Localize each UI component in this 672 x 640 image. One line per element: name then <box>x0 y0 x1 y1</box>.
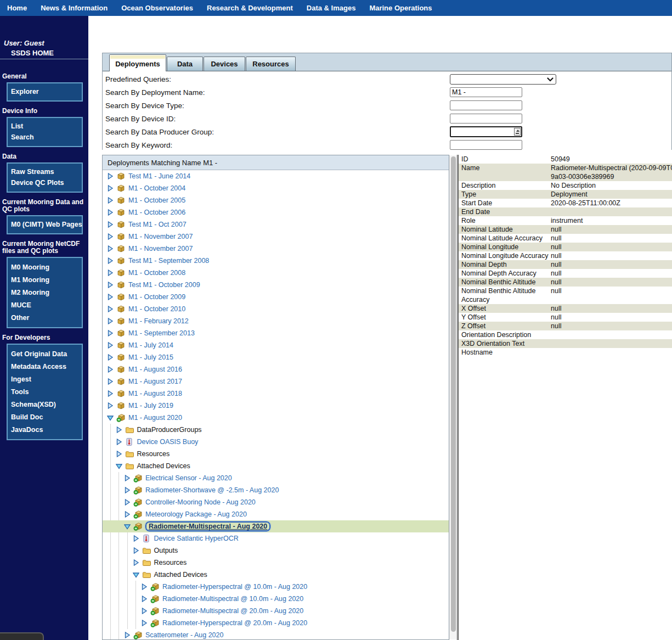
tree-node-test-m1-october-2009[interactable]: Test M1 - October 2009 <box>128 281 200 289</box>
expand-toggle-icon[interactable] <box>141 620 148 626</box>
expand-toggle-icon[interactable] <box>124 499 131 506</box>
sidebar-item-m0-mooring[interactable]: M0 Mooring <box>11 261 82 273</box>
tab-devices[interactable]: Devices <box>204 57 245 71</box>
tab-data[interactable]: Data <box>167 57 203 71</box>
tree-node-electrical-sensor-aug-2020[interactable]: Electrical Sensor - Aug 2020 <box>145 474 232 482</box>
expand-toggle-icon[interactable] <box>133 535 139 542</box>
tree-node-m1-october-2005[interactable]: M1 - October 2005 <box>128 197 185 204</box>
tree-node-m1-august-2017[interactable]: M1 - August 2017 <box>128 378 182 385</box>
expand-toggle-icon[interactable] <box>107 354 114 361</box>
expand-toggle-icon[interactable] <box>107 390 114 397</box>
expand-toggle-icon[interactable] <box>124 632 131 638</box>
expand-toggle-icon[interactable] <box>107 306 114 312</box>
sidebar-item-explorer[interactable]: Explorer <box>11 86 82 97</box>
expand-toggle-icon[interactable] <box>107 294 114 300</box>
expand-toggle-icon[interactable] <box>107 378 114 385</box>
tree-node-m1-october-2004[interactable]: M1 - October 2004 <box>128 184 185 192</box>
tree-node-m1-november-2007[interactable]: M1 - November 2007 <box>128 245 193 252</box>
expand-toggle-icon[interactable] <box>107 270 114 276</box>
search-by-device-type-input[interactable] <box>450 100 522 110</box>
collapse-toggle-icon[interactable] <box>133 571 139 578</box>
tree-node-m1-august-2018[interactable]: M1 - August 2018 <box>128 390 182 397</box>
tree-node-device-oasis-buoy[interactable]: Device OASIS Buoy <box>137 438 199 446</box>
tree-node-radiometer-multispectral-20-0m-aug-2020[interactable]: Radiometer-Multispectral @ 20.0m - Aug 2… <box>162 607 303 615</box>
expand-toggle-icon[interactable] <box>107 245 114 252</box>
expand-toggle-icon[interactable] <box>107 173 114 179</box>
tree-node-m1-february-2012[interactable]: M1 - February 2012 <box>128 317 189 325</box>
expand-toggle-icon[interactable] <box>141 596 148 602</box>
expand-toggle-icon[interactable] <box>107 197 114 204</box>
expand-toggle-icon[interactable] <box>107 330 114 336</box>
tree-node-radiometer-multispectral-aug-2020[interactable]: Radiometer-Multispectral - Aug 2020 <box>145 521 270 531</box>
tree-node-meteorology-package-aug-2020[interactable]: Meteorology Package - Aug 2020 <box>145 510 247 518</box>
sidebar-item-schema-xsd[interactable]: Schema(XSD) <box>11 398 82 411</box>
tree-node-radiometer-shortwave-2-5m-aug-2020[interactable]: Radiometer-Shortwave @ -2.5m - Aug 2020 <box>145 486 279 494</box>
scrollbar-thumb[interactable] <box>451 156 456 632</box>
sidebar-item-tools[interactable]: Tools <box>11 385 82 398</box>
expand-toggle-icon[interactable] <box>124 511 131 518</box>
predefined-queries-select[interactable] <box>450 74 556 85</box>
sidebar-item-m0-cimt-web-pages[interactable]: M0 (CIMT) Web Pages <box>11 219 82 230</box>
search-by-keyword-input[interactable] <box>450 140 522 150</box>
tree-node-m1-october-2006[interactable]: M1 - October 2006 <box>128 209 185 216</box>
sidebar-item-javadocs[interactable]: JavaDocs <box>11 423 82 436</box>
tree-node-m1-november-2007[interactable]: M1 - November 2007 <box>128 233 193 240</box>
nav-item-news-information[interactable]: News & Information <box>41 4 108 12</box>
expand-toggle-icon[interactable] <box>107 366 114 373</box>
expand-toggle-icon[interactable] <box>107 233 114 240</box>
sidebar-item-list[interactable]: List <box>11 121 82 132</box>
expand-toggle-icon[interactable] <box>107 318 114 324</box>
sidebar-item-search[interactable]: Search <box>11 132 82 143</box>
sidebar-item-metadata-access[interactable]: Metadata Access <box>11 360 82 373</box>
tree-node-test-m1-september-2008[interactable]: Test M1 - September 2008 <box>128 257 209 265</box>
expand-toggle-icon[interactable] <box>107 342 114 349</box>
expand-toggle-icon[interactable] <box>107 257 114 264</box>
sidebar-item-muce[interactable]: MUCE <box>11 299 82 311</box>
tree-node-test-m1-oct-2007[interactable]: Test M1 - Oct 2007 <box>128 221 187 228</box>
sidebar-item-ingest[interactable]: Ingest <box>11 373 82 385</box>
nav-item-home[interactable]: Home <box>7 4 27 12</box>
tree-node-m1-october-2009[interactable]: M1 - October 2009 <box>128 293 185 301</box>
nav-item-marine-operations[interactable]: Marine Operations <box>369 4 432 12</box>
expand-toggle-icon[interactable] <box>124 475 131 481</box>
search-by-deployment-name-input[interactable] <box>450 87 522 97</box>
sidebar-item-m1-mooring[interactable]: M1 Mooring <box>11 273 82 286</box>
expand-toggle-icon[interactable] <box>107 221 114 228</box>
tree-node-controller-mooring-node-aug-2020[interactable]: Controller-Mooring Node - Aug 2020 <box>145 498 256 506</box>
expand-toggle-icon[interactable] <box>141 608 148 614</box>
tree-node-m1-july-2015[interactable]: M1 - July 2015 <box>128 353 173 361</box>
sidebar-item-m2-mooring[interactable]: M2 Mooring <box>11 286 82 299</box>
tree-node-radiometer-multispectral-10-0m-aug-2020[interactable]: Radiometer-Multispectral @ 10.0m - Aug 2… <box>162 595 303 603</box>
tree-node-m1-august-2016[interactable]: M1 - August 2016 <box>128 366 182 373</box>
expand-toggle-icon[interactable] <box>133 559 139 566</box>
nav-item-data-images[interactable]: Data & Images <box>307 4 356 12</box>
expand-toggle-icon[interactable] <box>124 487 131 493</box>
sidebar-item-device-qc-plots[interactable]: Device QC Plots <box>11 177 82 188</box>
tree-node-m1-august-2020[interactable]: M1 - August 2020 <box>128 414 182 422</box>
nav-item-research-development[interactable]: Research & Development <box>207 4 293 12</box>
collapse-toggle-icon[interactable] <box>107 414 114 421</box>
tree-node-radiometer-hyperspectral-20-0m-aug-2020[interactable]: Radiometer-Hyperspectral @ 20.0m - Aug 2… <box>162 619 307 627</box>
tree-scrollbar[interactable] <box>449 155 456 639</box>
tab-resources[interactable]: Resources <box>246 57 296 71</box>
tree-node-scatterometer-aug-2020[interactable]: Scatterometer - Aug 2020 <box>145 631 223 639</box>
tree-node-test-m1-june-2014[interactable]: Test M1 - June 2014 <box>128 172 190 180</box>
expand-toggle-icon[interactable] <box>107 402 114 409</box>
collapse-toggle-icon[interactable] <box>116 463 122 469</box>
nav-item-ocean-observatories[interactable]: Ocean Observatories <box>121 4 193 12</box>
tree-node-m1-october-2008[interactable]: M1 - October 2008 <box>128 269 185 277</box>
expand-toggle-icon[interactable] <box>116 451 122 457</box>
tab-deployments[interactable]: Deployments <box>109 54 166 71</box>
tree-node-radiometer-hyperspectral-10-0m-aug-2020[interactable]: Radiometer-Hyperspectral @ 10.0m - Aug 2… <box>162 583 307 591</box>
expand-toggle-icon[interactable] <box>116 426 122 433</box>
expand-toggle-icon[interactable] <box>116 439 122 445</box>
sidebar-item-other[interactable]: Other <box>11 311 82 324</box>
input-spinner-icon[interactable] <box>514 128 521 136</box>
expand-toggle-icon[interactable] <box>141 583 148 590</box>
tree-node-m1-september-2013[interactable]: M1 - September 2013 <box>128 329 195 337</box>
search-by-data-producer-group-input[interactable] <box>450 126 522 137</box>
expand-toggle-icon[interactable] <box>107 282 114 288</box>
sidebar-item-build-doc[interactable]: Build Doc <box>11 411 82 423</box>
sidebar-item-raw-streams[interactable]: Raw Streams <box>11 166 82 177</box>
expand-toggle-icon[interactable] <box>133 547 139 554</box>
